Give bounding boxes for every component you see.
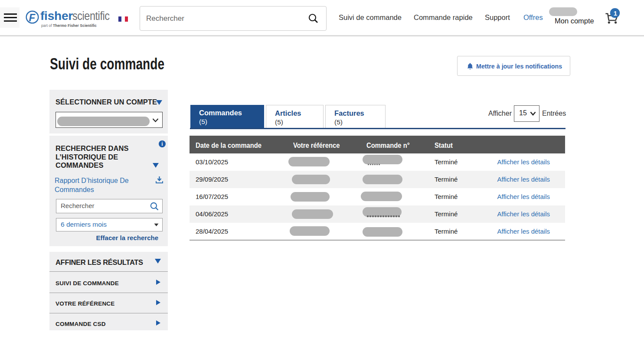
- svg-text:1: 1: [614, 10, 617, 17]
- svg-text:F: F: [29, 12, 36, 23]
